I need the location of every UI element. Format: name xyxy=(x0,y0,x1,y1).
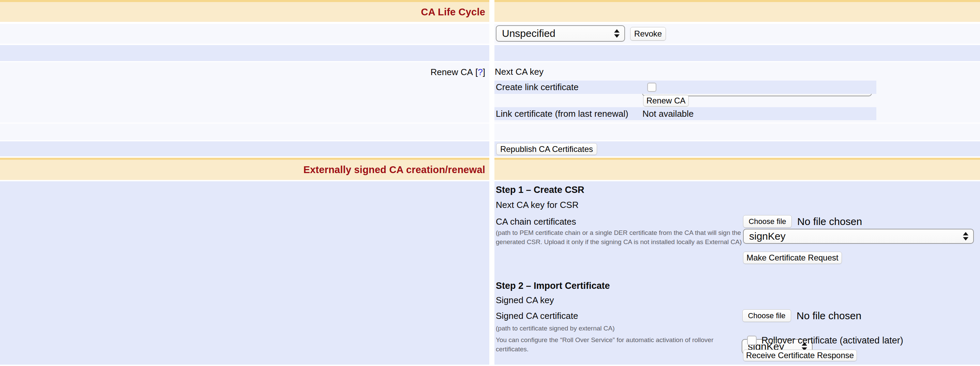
create-link-cert-row: Create link certificate xyxy=(495,81,877,94)
link-cert-label: Link certificate (from last renewal) xyxy=(496,109,628,119)
rollover-certificate-checkbox[interactable] xyxy=(747,336,757,345)
choose-file-button[interactable]: Choose file xyxy=(742,309,791,322)
step2-heading: Step 2 – Import Certificate xyxy=(496,281,610,291)
select-arrows-icon xyxy=(963,232,969,241)
ca-admin-page: CA Life Cycle Unspecified Revoke Renew C… xyxy=(0,0,980,366)
create-link-cert-checkbox[interactable] xyxy=(647,83,656,92)
receive-certificate-response-button[interactable]: Receive Certificate Response xyxy=(743,350,857,361)
rollover-certificate-label: Rollover certificate (activated later) xyxy=(761,335,903,346)
next-ca-key-csr-select[interactable]: signKey xyxy=(743,229,974,244)
next-ca-key-label: Next CA key xyxy=(495,62,544,81)
section-title: Externally signed CA creation/renewal xyxy=(304,164,485,176)
ca-chain-help-text: (path to PEM certificate chain or a sing… xyxy=(496,228,756,246)
choose-file-button[interactable]: Choose file xyxy=(743,215,792,228)
section-header-ca-life-cycle: CA Life Cycle xyxy=(0,0,489,22)
externally-signed-left-cell xyxy=(0,181,489,364)
revoke-button[interactable]: Revoke xyxy=(630,27,666,41)
spacer-row-right xyxy=(495,124,980,140)
select-arrows-icon xyxy=(614,29,620,38)
row-status-left xyxy=(0,24,489,44)
section-header-spacer xyxy=(495,158,980,180)
no-file-chosen-text: No file chosen xyxy=(797,215,862,228)
section-header-spacer xyxy=(495,0,980,22)
signed-cert-help-text: (path to certificate signed by external … xyxy=(496,324,803,333)
ca-chain-certificates-label: CA chain certificates xyxy=(496,216,576,227)
renew-ca-button[interactable]: Renew CA xyxy=(643,95,689,107)
step1-heading: Step 1 – Create CSR xyxy=(496,185,584,195)
link-cert-value: Not available xyxy=(643,107,694,120)
signed-ca-certificate-label: Signed CA certificate xyxy=(496,311,578,321)
revocation-reason-select[interactable]: Unspecified xyxy=(496,25,625,42)
renew-ca-label: Renew CA [?] xyxy=(431,67,485,123)
renew-ca-label-cell: Renew CA [?] xyxy=(0,62,489,123)
republish-ca-certificates-button[interactable]: Republish CA Certificates xyxy=(496,143,597,155)
help-link[interactable]: ? xyxy=(478,67,482,77)
section-header-externally-signed: Externally signed CA creation/renewal xyxy=(0,158,489,180)
no-file-chosen-text: No file chosen xyxy=(797,309,861,322)
rollover-help-text: You can configure the “Roll Over Service… xyxy=(496,335,735,354)
make-certificate-request-button[interactable]: Make Certificate Request xyxy=(743,252,842,264)
spacer-row-left xyxy=(0,45,489,61)
spacer-row-right xyxy=(495,45,980,61)
create-link-cert-label: Create link certificate xyxy=(496,82,579,93)
next-ca-key-csr-label: Next CA key for CSR xyxy=(496,200,579,210)
signed-ca-key-label: Signed CA key xyxy=(496,295,554,305)
revocation-reason-value: Unspecified xyxy=(502,28,555,39)
spacer-row-left xyxy=(0,124,489,140)
section-title: CA Life Cycle xyxy=(421,6,485,18)
republish-row-left xyxy=(0,141,489,157)
